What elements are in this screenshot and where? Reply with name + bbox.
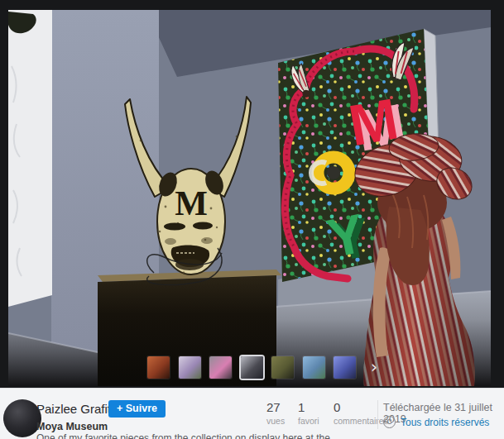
views-count: 27 [266, 401, 285, 413]
thumbnail-4[interactable] [241, 356, 263, 379]
painting-letter-o [311, 157, 349, 188]
thumbnail-strip [147, 356, 356, 379]
gallery-scene-image: M [0, 0, 504, 388]
comments-stat[interactable]: 0 commentaires [334, 401, 388, 426]
thumbnail-2[interactable] [179, 356, 201, 379]
mask-letter: M [175, 184, 208, 222]
comments-label: commentaires [334, 416, 388, 426]
license-label: Tous droits réservés [401, 417, 489, 428]
license-link[interactable]: C Tous droits réservés [383, 416, 489, 428]
main-photo[interactable]: M [0, 0, 504, 388]
thumbnail-5[interactable] [271, 356, 294, 379]
thumbnail-3[interactable] [209, 356, 232, 379]
thumbnail-7[interactable] [334, 356, 356, 379]
favorites-stat[interactable]: 1 favori [298, 401, 319, 426]
next-thumbnails-button[interactable]: › [367, 357, 382, 379]
thumbnail-6[interactable] [303, 356, 325, 379]
views-label: vues [266, 416, 285, 426]
follow-button[interactable]: + Suivre [108, 400, 166, 418]
favorites-label: favori [298, 416, 319, 426]
comments-count: 0 [334, 401, 388, 413]
thumbnail-1[interactable] [147, 356, 170, 379]
photo-info-bar: Paizlee Grafitti + Suivre Moya Museum On… [0, 388, 504, 439]
marble-panel [8, 10, 52, 307]
owner-name-link[interactable]: Paizlee Grafitti [36, 402, 118, 416]
copyright-icon: C [383, 416, 396, 428]
favorites-count: 1 [298, 401, 319, 413]
photo-description: One of my favorite pieces from the colle… [36, 432, 310, 439]
photo-title: Moya Museum [36, 421, 108, 432]
views-stat: 27 vues [266, 401, 285, 426]
divider [377, 400, 378, 429]
